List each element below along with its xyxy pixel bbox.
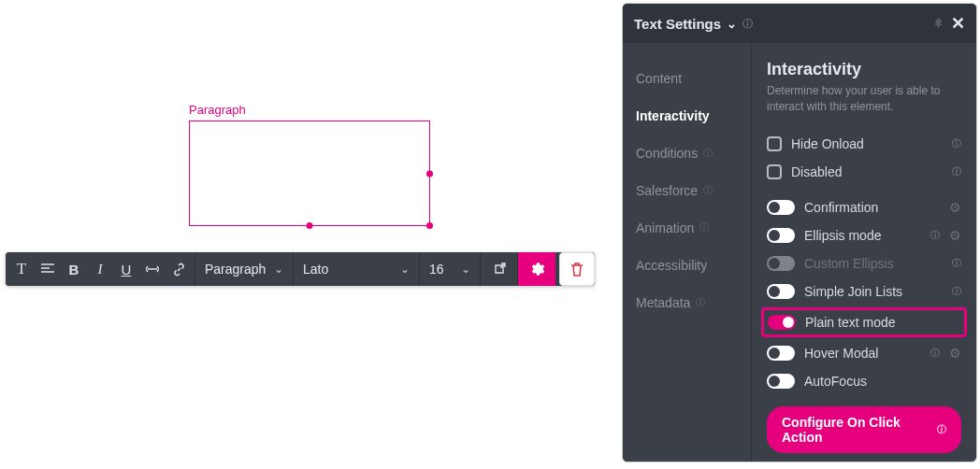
chevron-down-icon: ⌄ <box>461 263 470 276</box>
panel-title-text: Text Settings <box>634 16 721 32</box>
chevron-down-icon: ⌄ <box>274 263 283 276</box>
tab-animation[interactable]: Animationⓘ <box>623 209 751 247</box>
gear-icon[interactable]: ⚙ <box>949 346 961 361</box>
italic-button[interactable]: I <box>92 261 108 277</box>
section-title: Interactivity <box>767 60 961 79</box>
tab-interactivity[interactable]: Interactivity <box>623 97 751 135</box>
tab-label: Accessibility <box>636 258 707 273</box>
option-label: Simple Join Lists <box>804 284 943 299</box>
checkbox[interactable] <box>767 136 782 151</box>
section-description: Determine how your user is able to inter… <box>767 83 961 115</box>
tab-label: Salesforce <box>636 183 698 198</box>
option-hide-onload[interactable]: Hide Onload ⓘ <box>767 130 961 158</box>
info-icon[interactable]: ⓘ <box>952 285 961 298</box>
info-icon: ⓘ <box>952 257 961 270</box>
panel-title[interactable]: Text Settings ⌄ <box>634 16 737 32</box>
option-autofocus[interactable]: AutoFocus <box>767 367 961 395</box>
toggle[interactable] <box>767 228 795 243</box>
text-tool-icon[interactable]: T <box>13 261 30 277</box>
close-icon[interactable]: ✕ <box>951 13 965 34</box>
option-plain-text-mode[interactable]: Plain text mode <box>761 307 967 337</box>
panel-header: Text Settings ⌄ ⓘ ✕ <box>623 4 976 43</box>
resize-handle-right[interactable] <box>426 170 433 177</box>
tab-accessibility[interactable]: Accessibility <box>623 247 751 284</box>
canvas-text-element[interactable]: Paragraph <box>189 103 430 226</box>
option-confirmation[interactable]: Confirmation ⚙ <box>767 193 961 221</box>
element-selection-box[interactable] <box>189 121 430 226</box>
element-type-label: Paragraph <box>189 103 430 117</box>
option-label: Disabled <box>791 164 943 179</box>
toggle[interactable] <box>767 374 795 389</box>
toggle[interactable] <box>767 346 795 361</box>
font-family-value: Lato <box>303 262 328 277</box>
paragraph-style-value: Paragraph <box>205 262 266 277</box>
button-label: Configure On Click Action <box>782 415 930 445</box>
tab-label: Metadata <box>636 295 690 310</box>
option-ellipsis-mode[interactable]: Ellipsis mode ⓘ ⚙ <box>767 221 961 249</box>
option-disabled[interactable]: Disabled ⓘ <box>767 158 961 186</box>
info-icon: ⓘ <box>703 147 713 160</box>
settings-gear-button[interactable] <box>518 252 555 286</box>
option-label: AutoFocus <box>804 374 961 389</box>
tab-label: Content <box>636 71 682 86</box>
option-label: Plain text mode <box>805 315 960 330</box>
chevron-down-icon: ⌄ <box>400 263 410 276</box>
option-label: Confirmation <box>804 200 940 215</box>
tab-label: Animation <box>636 220 694 235</box>
option-simple-join-lists[interactable]: Simple Join Lists ⓘ <box>767 277 961 306</box>
open-external-icon[interactable] <box>481 252 518 286</box>
toggle[interactable] <box>768 315 796 330</box>
gear-icon[interactable]: ⚙ <box>949 228 961 243</box>
chevron-down-icon: ⌄ <box>727 17 737 31</box>
text-toolbar: T B I U Paragraph ⌄ Lato ⌄ 16 ⌄ <box>6 252 595 286</box>
font-family-select[interactable]: Lato ⌄ <box>294 252 420 286</box>
tab-conditions[interactable]: Conditionsⓘ <box>623 135 751 172</box>
option-custom-ellipsis: Custom Ellipsis ⓘ <box>767 249 961 277</box>
option-label: Hover Modal <box>804 346 921 361</box>
underline-button[interactable]: U <box>118 261 135 277</box>
tab-salesforce[interactable]: Salesforceⓘ <box>623 172 751 209</box>
tab-metadata[interactable]: Metadataⓘ <box>623 284 751 321</box>
resize-handle-bottom[interactable] <box>307 222 313 229</box>
resize-handle-bottom-right[interactable] <box>426 222 433 229</box>
info-icon: ⓘ <box>937 423 946 436</box>
toggle <box>767 256 795 271</box>
align-icon[interactable] <box>39 261 56 277</box>
info-icon[interactable]: ⓘ <box>952 137 961 150</box>
paragraph-style-select[interactable]: Paragraph ⌄ <box>195 252 294 286</box>
option-label: Hide Onload <box>791 136 943 151</box>
panel-content: Interactivity Determine how your user is… <box>752 43 976 462</box>
toggle[interactable] <box>767 284 795 299</box>
toggle[interactable] <box>767 200 795 215</box>
info-icon[interactable]: ⓘ <box>930 347 940 360</box>
tab-content[interactable]: Content <box>623 60 751 97</box>
gear-icon[interactable]: ⚙ <box>949 200 961 215</box>
tab-label: Conditions <box>636 146 698 161</box>
info-icon: ⓘ <box>696 296 705 309</box>
option-label: Ellipsis mode <box>804 228 921 243</box>
info-icon[interactable]: ⓘ <box>952 165 961 178</box>
spacing-icon[interactable] <box>144 261 161 277</box>
pin-icon[interactable] <box>932 17 945 30</box>
configure-click-action-button[interactable]: Configure On Click Action ⓘ <box>767 406 961 453</box>
info-icon: ⓘ <box>699 221 709 234</box>
delete-button[interactable] <box>559 252 595 286</box>
font-size-select[interactable]: 16 ⌄ <box>420 252 481 286</box>
text-settings-panel: Text Settings ⌄ ⓘ ✕ Content Interactivit… <box>622 3 977 462</box>
checkbox[interactable] <box>767 164 782 179</box>
font-size-value: 16 <box>429 262 444 277</box>
info-icon[interactable]: ⓘ <box>930 229 940 242</box>
info-icon: ⓘ <box>703 184 713 197</box>
option-label: Custom Ellipsis <box>804 256 943 271</box>
bold-button[interactable]: B <box>65 261 82 277</box>
option-hover-modal[interactable]: Hover Modal ⓘ ⚙ <box>767 339 961 367</box>
link-icon[interactable] <box>170 261 187 277</box>
info-icon[interactable]: ⓘ <box>742 17 753 31</box>
tab-label: Interactivity <box>636 108 710 123</box>
panel-tabs: Content Interactivity Conditionsⓘ Salesf… <box>623 43 752 462</box>
